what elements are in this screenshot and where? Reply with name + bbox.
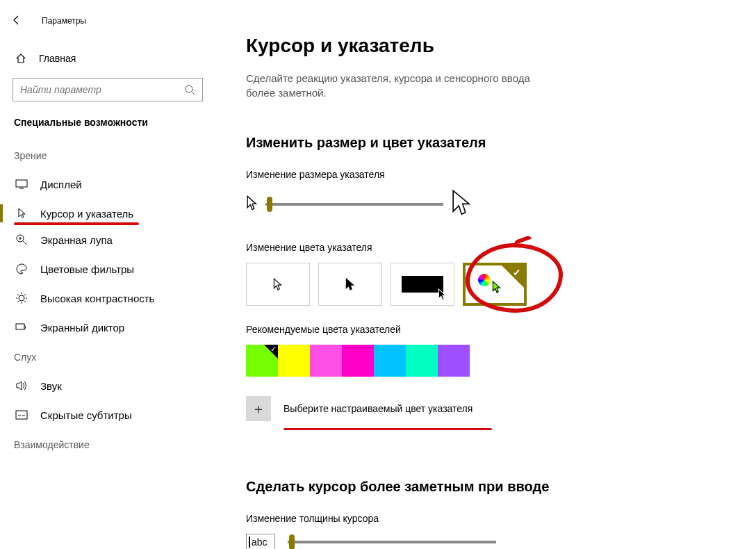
nav-label: Цветовые фильтры: [40, 263, 134, 275]
cursor-thickness-label: Изменение толщины курсора: [246, 513, 728, 524]
color-swatch[interactable]: ✓: [246, 345, 278, 377]
slider-thumb[interactable]: [289, 534, 295, 549]
pointer-option-custom[interactable]: ✓: [463, 263, 527, 306]
color-swatch[interactable]: [278, 345, 310, 377]
nav-label: Курсор и указатель: [40, 208, 133, 220]
titlebar: Параметры: [0, 7, 215, 35]
cursor-thickness-control: abc: [246, 534, 728, 549]
sidebar-item-contrast[interactable]: Высокая контрастность: [0, 284, 215, 313]
color-swatch[interactable]: [342, 345, 374, 377]
plus-icon: ＋: [252, 400, 265, 418]
svg-rect-17: [16, 324, 24, 329]
cursor-thickness-slider[interactable]: [288, 541, 496, 543]
nav-label: Экранный диктор: [40, 322, 124, 334]
sidebar-item-home[interactable]: Главная: [0, 46, 215, 71]
check-icon: ✓: [513, 267, 521, 278]
svg-line-1: [192, 92, 195, 95]
color-swatch[interactable]: [310, 345, 342, 377]
app-title: Параметры: [42, 16, 86, 26]
custom-color-label: Выберите настраиваемый цвет указателя: [284, 403, 472, 414]
narrator-icon: [15, 321, 28, 334]
sidebar-item-magnifier[interactable]: Экранная лупа: [0, 225, 215, 254]
nav-label: Звук: [40, 380, 62, 392]
search-input-wrapper[interactable]: [13, 78, 203, 101]
nav-label: Высокая контрастность: [40, 293, 154, 304]
search-icon: [184, 84, 195, 95]
sidebar-item-narrator[interactable]: Экранный диктор: [0, 313, 215, 342]
custom-color-row: ＋ Выберите настраиваемый цвет указателя: [246, 396, 728, 421]
svg-line-15: [17, 301, 19, 302]
annotation-underline-main: [284, 428, 492, 430]
recommended-colors-label: Рекомендуемые цвета указателей: [246, 324, 728, 335]
sidebar-item-captions[interactable]: Скрытые субтитры: [0, 400, 215, 429]
pointer-size-label: Изменение размера указателя: [246, 169, 728, 180]
monitor-icon: [15, 178, 28, 190]
pointer-option-black[interactable]: [318, 263, 382, 306]
sidebar-item-display[interactable]: Дисплей: [0, 170, 215, 199]
cursor-large-icon: [450, 190, 471, 218]
pointer-size-control: [246, 190, 728, 218]
color-wheel-icon: [478, 274, 491, 286]
page-title: Курсор и указатель: [246, 35, 728, 57]
pointer-icon: [15, 207, 28, 220]
svg-point-0: [186, 85, 192, 92]
svg-line-16: [24, 294, 26, 295]
sidebar-item-cursor[interactable]: Курсор и указатель: [0, 199, 215, 228]
nav-label: Экранная лупа: [40, 234, 113, 246]
back-icon[interactable]: [11, 15, 22, 28]
nav-label: Главная: [39, 53, 76, 64]
pointer-option-white[interactable]: [246, 263, 310, 306]
slider-thumb[interactable]: [267, 197, 272, 212]
contrast-icon: [15, 292, 28, 304]
svg-rect-18: [16, 411, 27, 419]
category-title: Специальные возможности: [0, 114, 215, 140]
pointer-color-label: Изменение цвета указателя: [246, 242, 728, 253]
pointer-option-inverted[interactable]: [391, 263, 454, 306]
cursor-thickness-preview: abc: [246, 534, 275, 549]
pointer-size-slider[interactable]: [265, 203, 443, 206]
svg-point-8: [19, 295, 24, 301]
color-swatch[interactable]: [406, 345, 438, 377]
section-title-cursor: Сделать курсор более заметным при вводе: [246, 479, 728, 495]
add-custom-color-button[interactable]: ＋: [246, 396, 271, 421]
main-content: Курсор и указатель Сделайте реакцию указ…: [215, 0, 756, 549]
svg-line-14: [24, 301, 26, 302]
nav-label: Дисплей: [40, 179, 82, 190]
svg-line-5: [23, 241, 26, 245]
cursor-small-icon: [246, 195, 258, 213]
speaker-icon: [15, 379, 28, 392]
group-label: Взаимодействие: [0, 429, 215, 459]
captions-icon: [15, 409, 28, 421]
pointer-color-options: ✓: [246, 263, 728, 306]
color-swatch[interactable]: [438, 345, 470, 377]
palette-icon: [15, 263, 28, 275]
section-title-pointer: Изменить размер и цвет указателя: [246, 135, 728, 151]
group-label: Зрение: [0, 140, 215, 170]
sidebar-item-colorfilters[interactable]: Цветовые фильтры: [0, 254, 215, 284]
home-icon: [15, 53, 26, 64]
group-label: Слух: [0, 342, 215, 371]
page-subtitle: Сделайте реакцию указателя, курсора и се…: [246, 71, 538, 100]
svg-rect-2: [16, 180, 27, 187]
magnifier-icon: [15, 233, 28, 246]
check-icon: ✓: [270, 345, 277, 354]
sidebar-item-audio[interactable]: Звук: [0, 371, 215, 400]
color-swatch[interactable]: [374, 345, 406, 377]
sidebar: Параметры Главная Специальные возможност…: [0, 0, 215, 549]
svg-line-13: [17, 294, 19, 295]
nav-scroll[interactable]: Зрение Дисплей Курсор и указатель Экранн…: [0, 140, 215, 549]
search-input[interactable]: [20, 84, 184, 95]
nav-label: Скрытые субтитры: [40, 409, 132, 421]
recommended-color-swatches: ✓: [246, 345, 728, 377]
